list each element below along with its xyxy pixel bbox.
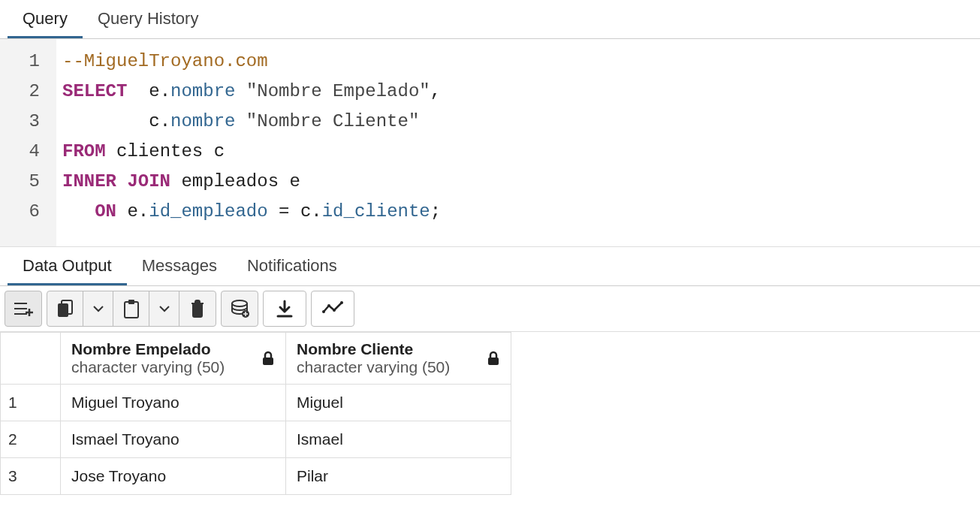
column-title: Nombre Empelado [71, 340, 225, 358]
svg-point-9 [340, 301, 343, 304]
paste-dropdown[interactable] [149, 291, 179, 326]
svg-rect-0 [58, 303, 68, 317]
row-number[interactable]: 3 [1, 458, 61, 495]
sql-ident: nombre [170, 111, 235, 131]
sql-dot: . [138, 201, 149, 222]
sql-comma: , [430, 81, 441, 101]
sql-dot: . [160, 81, 170, 101]
column-header[interactable]: Nombre Empelado character varying (50) [61, 333, 286, 385]
sql-eq: = [279, 201, 289, 222]
cell[interactable]: Miguel [286, 385, 511, 421]
cell[interactable]: Pilar [286, 458, 511, 495]
table-row[interactable]: 1 Miguel Troyano Miguel [1, 385, 511, 421]
cell[interactable]: Ismael [286, 421, 511, 458]
sql-semicolon: ; [430, 201, 441, 222]
sql-keyword: ON [95, 201, 116, 222]
lock-icon [261, 351, 275, 366]
sql-keyword: INNER JOIN [62, 171, 170, 192]
cell[interactable]: Ismael Troyano [61, 421, 286, 458]
line-number: 2 [0, 77, 40, 107]
copy-button[interactable] [47, 291, 83, 326]
table-row[interactable]: 3 Jose Troyano Pilar [1, 458, 511, 495]
copy-dropdown[interactable] [83, 291, 113, 326]
cell[interactable]: Miguel Troyano [61, 385, 286, 421]
save-data-button[interactable] [222, 291, 258, 326]
column-title: Nombre Cliente [297, 340, 450, 358]
delete-button[interactable] [179, 291, 216, 326]
line-number: 1 [0, 47, 40, 77]
svg-point-7 [327, 304, 330, 307]
sql-ident: id_cliente [322, 201, 430, 222]
paste-button[interactable] [113, 291, 149, 326]
chart-button[interactable] [312, 291, 354, 326]
sql-ident: nombre [170, 81, 235, 101]
sql-ident: e [149, 81, 159, 101]
sql-editor[interactable]: 1 2 3 4 5 6 --MiguelTroyano.com SELECT e… [0, 39, 980, 246]
lock-icon [487, 351, 500, 366]
sql-dot: . [160, 111, 170, 131]
tab-messages[interactable]: Messages [127, 247, 232, 285]
tab-query[interactable]: Query [8, 0, 83, 38]
svg-rect-10 [263, 358, 273, 365]
svg-rect-11 [488, 358, 499, 365]
sql-text: clientes c [116, 141, 225, 161]
output-toolbar [0, 286, 980, 332]
download-button[interactable] [264, 291, 306, 326]
svg-point-6 [322, 310, 325, 313]
line-number: 5 [0, 167, 40, 197]
sql-ident: c [149, 111, 159, 131]
cell[interactable]: Jose Troyano [61, 458, 286, 495]
row-number[interactable]: 2 [1, 421, 61, 458]
line-number: 3 [0, 107, 40, 137]
query-tabs: Query Query History [0, 0, 980, 39]
table-row[interactable]: 2 Ismael Troyano Ismael [1, 421, 511, 458]
column-header[interactable]: Nombre Cliente character varying (50) [286, 333, 511, 385]
line-gutter: 1 2 3 4 5 6 [0, 39, 56, 246]
row-number[interactable]: 1 [1, 385, 61, 421]
line-number: 6 [0, 197, 40, 227]
sql-ident: e [127, 201, 137, 222]
result-table: Nombre Empelado character varying (50) N… [0, 332, 511, 495]
code-area[interactable]: --MiguelTroyano.com SELECT e.nombre "Nom… [56, 39, 447, 246]
table-corner[interactable] [1, 333, 61, 385]
sql-string: "Nombre Empelado" [246, 81, 430, 101]
sql-keyword: SELECT [62, 81, 127, 101]
sql-ident: id_empleado [149, 201, 267, 222]
svg-point-4 [232, 300, 247, 306]
output-tabs: Data Output Messages Notifications [0, 246, 980, 286]
sql-text: empleados e [181, 171, 300, 192]
svg-rect-2 [125, 302, 138, 318]
tab-data-output[interactable]: Data Output [8, 247, 127, 285]
svg-point-8 [333, 309, 336, 312]
line-number: 4 [0, 137, 40, 167]
sql-comment: --MiguelTroyano.com [62, 51, 268, 71]
column-type: character varying (50) [71, 358, 225, 376]
column-type: character varying (50) [297, 358, 450, 376]
tab-query-history[interactable]: Query History [83, 0, 213, 38]
sql-string: "Nombre Cliente" [246, 111, 419, 131]
sql-keyword: FROM [62, 141, 106, 161]
sql-dot: . [311, 201, 321, 222]
sql-ident: c [300, 201, 311, 222]
add-row-button[interactable] [5, 291, 41, 326]
tab-notifications[interactable]: Notifications [232, 247, 352, 285]
svg-rect-3 [128, 300, 134, 304]
